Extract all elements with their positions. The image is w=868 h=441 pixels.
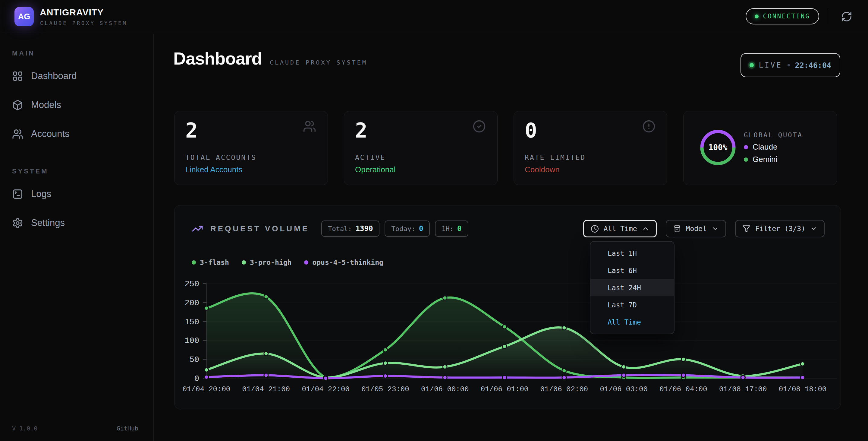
- trending-up-icon: [192, 223, 203, 234]
- svg-text:01/06 00:00: 01/06 00:00: [421, 385, 469, 393]
- sidebar-item-models[interactable]: Models: [12, 94, 142, 116]
- time-range-label: All Time: [604, 225, 637, 233]
- quota-legend-label: Claude: [752, 142, 777, 152]
- legend-label: opus-4-5-thinking: [312, 259, 383, 266]
- svg-text:01/04 22:00: 01/04 22:00: [302, 385, 349, 393]
- series-dot-icon: [192, 260, 196, 265]
- top-header: AG ANTIGRAVITY CLAUDE PROXY SYSTEM CONNE…: [0, 0, 868, 33]
- page-header: Dashboard CLAUDE PROXY SYSTEM: [173, 48, 367, 68]
- users-icon: [12, 128, 23, 140]
- request-volume-panel: REQUEST VOLUME Total: 1390 Today: 0 1H: …: [174, 205, 841, 409]
- badge-value: 1390: [355, 225, 373, 233]
- status-dot-icon: [755, 14, 758, 19]
- total-badge: Total: 1390: [321, 220, 379, 237]
- stat-sublabel: Linked Accounts: [185, 165, 242, 174]
- funnel-icon: [742, 225, 750, 233]
- sidebar-item-dashboard[interactable]: Dashboard: [12, 65, 142, 87]
- stat-cards-row: 2 TOTAL ACCOUNTS Linked Accounts 2 ACTIV…: [174, 111, 837, 185]
- users-icon: [303, 120, 316, 133]
- legend-label: 3-pro-high: [250, 259, 291, 266]
- live-status-badge: LIVE 22:46:04: [741, 53, 840, 77]
- svg-text:01/04 20:00: 01/04 20:00: [183, 385, 230, 393]
- version-label: V 1.0.0: [12, 425, 37, 432]
- chevron-down-icon: [712, 225, 719, 232]
- live-dot-icon: [749, 63, 754, 67]
- today-badge: Today: 0: [384, 220, 430, 237]
- stat-sublabel: Operational: [355, 165, 396, 174]
- gemini-dot-icon: [744, 157, 748, 162]
- separator-dot-icon: [787, 64, 790, 66]
- dropdown-item-last-7d[interactable]: Last 7D: [590, 296, 674, 314]
- sidebar-item-logs[interactable]: Logs: [12, 183, 142, 205]
- logo-text: AG: [18, 12, 30, 22]
- svg-text:01/08 17:00: 01/08 17:00: [719, 385, 767, 393]
- svg-text:100: 100: [184, 336, 199, 345]
- legend-label: 3-flash: [200, 259, 229, 266]
- svg-text:150: 150: [184, 318, 199, 327]
- stat-label: TOTAL ACCOUNTS: [185, 153, 256, 161]
- stat-card-rate-limited: 0 RATE LIMITED Cooldown: [514, 111, 667, 185]
- legend-item-3-pro-high: 3-pro-high: [242, 259, 291, 266]
- sidebar-item-settings[interactable]: Settings: [12, 212, 142, 233]
- svg-text:01/06 03:00: 01/06 03:00: [600, 385, 647, 393]
- badge-value: 0: [419, 225, 423, 233]
- app-title: ANTIGRAVITY: [40, 7, 104, 18]
- header-divider: [828, 9, 828, 24]
- svg-text:200: 200: [184, 299, 199, 308]
- sidebar-item-label: Accounts: [31, 128, 70, 139]
- series-dot-icon: [242, 260, 246, 265]
- chevron-down-icon: [810, 225, 817, 232]
- terminal-icon: [12, 188, 23, 200]
- svg-text:0: 0: [194, 374, 199, 383]
- quota-ring: 100%: [700, 130, 736, 165]
- dropdown-item-last-24h[interactable]: Last 24H: [590, 279, 674, 296]
- app-tagline: CLAUDE PROXY SYSTEM: [40, 20, 127, 26]
- archive-box-icon: [673, 225, 681, 233]
- badge-label: Total:: [328, 225, 352, 233]
- svg-text:01/08 18:00: 01/08 18:00: [779, 385, 827, 393]
- sidebar: MAIN Dashboard Models Accounts SYSTEM: [0, 33, 154, 441]
- sidebar-item-label: Dashboard: [31, 70, 77, 82]
- stat-label: ACTIVE: [355, 153, 385, 161]
- quota-legend-gemini: Gemini: [744, 155, 777, 164]
- svg-text:50: 50: [190, 355, 199, 364]
- series-dot-icon: [304, 260, 308, 265]
- time-range-button[interactable]: All Time: [583, 220, 657, 237]
- clock-icon: [591, 225, 599, 233]
- svg-text:01/06 01:00: 01/06 01:00: [481, 385, 528, 393]
- page-title: Dashboard: [173, 48, 262, 68]
- time-range-dropdown: Last 1HLast 6HLast 24HLast 7DAll Time: [590, 241, 675, 334]
- badge-label: 1H:: [441, 225, 454, 233]
- github-link[interactable]: GitHub: [117, 425, 138, 432]
- model-button[interactable]: Model: [666, 220, 726, 237]
- refresh-button[interactable]: [841, 11, 852, 22]
- connection-status-badge: CONNECTING: [746, 8, 819, 24]
- sidebar-item-label: Logs: [31, 188, 51, 199]
- live-label: LIVE: [759, 61, 782, 69]
- sidebar-section-system: SYSTEM: [12, 168, 48, 175]
- request-volume-chart: 05010015020025001/04 20:0001/04 21:0001/…: [180, 277, 840, 404]
- stat-label: RATE LIMITED: [525, 153, 586, 161]
- model-label: Model: [686, 225, 707, 233]
- quota-legend-claude: Claude: [744, 142, 777, 152]
- dropdown-item-all-time[interactable]: All Time: [590, 314, 674, 331]
- legend-item-opus: opus-4-5-thinking: [304, 259, 383, 266]
- filter-button[interactable]: Filter (3/3): [735, 220, 825, 237]
- dropdown-item-last-1h[interactable]: Last 1H: [590, 245, 674, 262]
- svg-text:01/05 23:00: 01/05 23:00: [361, 385, 409, 393]
- sidebar-item-label: Settings: [31, 217, 65, 228]
- panel-title: REQUEST VOLUME: [210, 224, 309, 233]
- stat-value: 2: [355, 120, 367, 141]
- quota-percent: 100%: [700, 130, 736, 165]
- alert-circle-icon: [642, 120, 655, 133]
- legend-item-3-flash: 3-flash: [192, 259, 229, 266]
- chart-legend: 3-flash 3-pro-high opus-4-5-thinking: [192, 259, 383, 266]
- sidebar-item-accounts[interactable]: Accounts: [12, 123, 142, 145]
- svg-text:01/04 21:00: 01/04 21:00: [242, 385, 290, 393]
- quota-legend-label: Gemini: [752, 155, 777, 164]
- stat-value: 2: [185, 120, 198, 141]
- chevron-up-icon: [642, 225, 649, 232]
- app-logo: AG: [14, 7, 34, 26]
- dropdown-item-last-6h[interactable]: Last 6H: [590, 262, 674, 279]
- gear-icon: [12, 217, 23, 229]
